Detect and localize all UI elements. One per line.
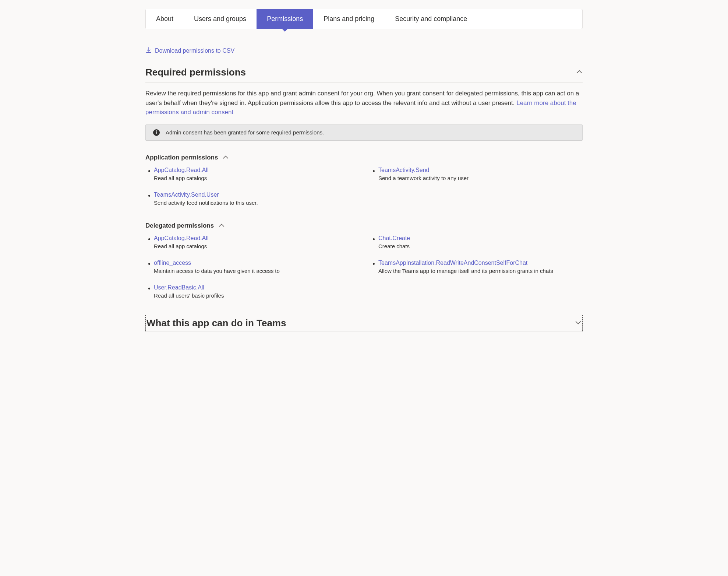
- required-permissions-title: Required permissions: [145, 67, 246, 78]
- permission-description: Create chats: [378, 243, 583, 249]
- permission-link[interactable]: User.ReadBasic.All: [154, 284, 204, 291]
- permission-description: Read all app catalogs: [154, 175, 358, 181]
- permission-link[interactable]: TeamsActivity.Send.User: [154, 192, 219, 198]
- permission-item: AppCatalog.Read.All Read all app catalog…: [148, 235, 358, 249]
- tabs-bar: About Users and groups Permissions Plans…: [145, 9, 583, 29]
- chevron-up-icon[interactable]: [576, 69, 583, 76]
- what-app-can-do-title: What this app can do in Teams: [146, 317, 286, 329]
- bullet-icon: [373, 170, 375, 172]
- download-csv-label: Download permissions to CSV: [155, 48, 234, 54]
- permission-description: Maintain access to data you have given i…: [154, 268, 358, 274]
- permission-item: offline_access Maintain access to data y…: [148, 260, 358, 274]
- bullet-icon: [148, 238, 150, 240]
- tab-users-groups[interactable]: Users and groups: [184, 9, 257, 29]
- permission-description: Send activity feed notifications to this…: [154, 200, 358, 206]
- tab-plans-pricing[interactable]: Plans and pricing: [313, 9, 385, 29]
- permission-link[interactable]: TeamsAppInstallation.ReadWriteAndConsent…: [378, 260, 527, 266]
- tab-about[interactable]: About: [146, 9, 184, 29]
- permission-link[interactable]: AppCatalog.Read.All: [154, 235, 209, 242]
- permission-link[interactable]: TeamsActivity.Send: [378, 167, 429, 173]
- chevron-up-icon[interactable]: [222, 154, 229, 162]
- app-permissions-header[interactable]: Application permissions: [145, 154, 583, 162]
- delegated-permissions-list: AppCatalog.Read.All Read all app catalog…: [145, 235, 583, 299]
- what-app-can-do-header[interactable]: What this app can do in Teams: [145, 315, 583, 331]
- permission-item: TeamsActivity.Send.User Send activity fe…: [148, 192, 358, 206]
- app-permissions-title: Application permissions: [145, 154, 218, 161]
- required-permissions-description: Review the required permissions for this…: [145, 89, 583, 117]
- tab-security-compliance[interactable]: Security and compliance: [385, 9, 477, 29]
- permission-description: Send a teamwork activity to any user: [378, 175, 583, 181]
- info-banner-text: Admin consent has been granted for some …: [166, 129, 324, 136]
- download-csv-link[interactable]: Download permissions to CSV: [145, 47, 234, 55]
- bullet-icon: [373, 238, 375, 240]
- permission-link[interactable]: Chat.Create: [378, 235, 410, 242]
- permission-item: Chat.Create Create chats: [373, 235, 583, 249]
- download-icon: [145, 47, 152, 55]
- permission-item: TeamsAppInstallation.ReadWriteAndConsent…: [373, 260, 583, 274]
- delegated-permissions-title: Delegated permissions: [145, 222, 214, 229]
- tab-permissions[interactable]: Permissions: [257, 9, 313, 29]
- bullet-icon: [148, 170, 150, 172]
- app-permissions-list: AppCatalog.Read.All Read all app catalog…: [145, 167, 583, 206]
- permission-description: Read all users' basic profiles: [154, 292, 358, 299]
- permission-item: User.ReadBasic.All Read all users' basic…: [148, 284, 358, 299]
- permission-description: Allow the Teams app to manage itself and…: [378, 268, 583, 274]
- delegated-permissions-header[interactable]: Delegated permissions: [145, 222, 583, 230]
- bullet-icon: [148, 288, 150, 289]
- permission-link[interactable]: AppCatalog.Read.All: [154, 167, 209, 173]
- info-banner: i Admin consent has been granted for som…: [145, 124, 583, 141]
- bullet-icon: [373, 263, 375, 265]
- bullet-icon: [148, 263, 150, 265]
- permission-item: TeamsActivity.Send Send a teamwork activ…: [373, 167, 583, 181]
- chevron-up-icon[interactable]: [218, 222, 225, 230]
- permission-description: Read all app catalogs: [154, 243, 358, 249]
- bullet-icon: [148, 195, 150, 197]
- permission-link[interactable]: offline_access: [154, 260, 191, 266]
- permission-item: AppCatalog.Read.All Read all app catalog…: [148, 167, 358, 181]
- info-icon: i: [153, 129, 160, 136]
- required-permissions-header[interactable]: Required permissions: [145, 67, 583, 83]
- chevron-down-icon[interactable]: [575, 319, 582, 327]
